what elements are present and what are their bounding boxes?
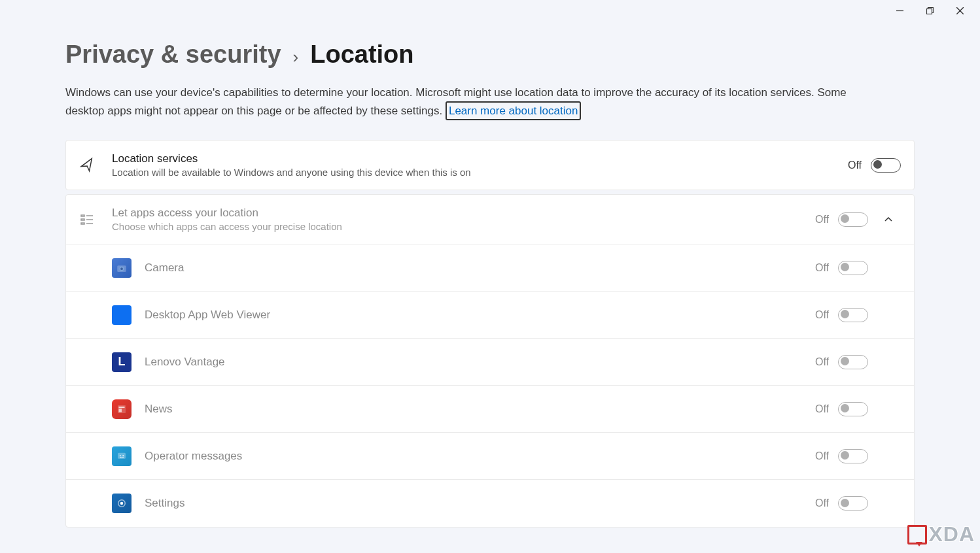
svg-rect-6 <box>81 219 84 220</box>
svg-rect-14 <box>119 407 125 408</box>
app-name-label: Settings <box>131 497 815 510</box>
apps-location-subtitle: Choose which apps can access your precis… <box>112 221 815 232</box>
app-toggle <box>838 449 868 463</box>
minimize-button[interactable] <box>884 0 915 21</box>
maximize-button[interactable] <box>915 0 945 21</box>
svg-rect-15 <box>119 409 122 412</box>
app-name-label: Camera <box>131 261 815 275</box>
close-button[interactable] <box>945 0 975 21</box>
app-name-label: News <box>131 403 815 416</box>
app-row: L Lenovo Vantage Off <box>66 339 914 386</box>
location-services-card: Location services Location will be avail… <box>65 140 915 190</box>
svg-point-17 <box>120 455 121 456</box>
apps-location-state: Off <box>815 214 829 226</box>
app-toggle-state: Off <box>815 356 829 368</box>
svg-point-18 <box>122 455 124 456</box>
list-icon <box>79 212 112 227</box>
location-services-toggle[interactable] <box>871 158 901 173</box>
app-toggle-state: Off <box>815 497 829 509</box>
apps-location-toggle <box>838 212 868 227</box>
app-toggle-state: Off <box>815 262 829 274</box>
app-row: Settings Off <box>66 480 914 527</box>
svg-rect-4 <box>81 215 84 216</box>
app-toggle-state: Off <box>815 403 829 415</box>
app-toggle <box>838 261 868 275</box>
app-icon <box>112 305 131 325</box>
learn-more-link[interactable]: Learn more about location <box>446 101 582 121</box>
location-icon <box>79 158 112 173</box>
app-icon <box>112 494 131 513</box>
apps-location-card: Let apps access your location Choose whi… <box>65 194 915 528</box>
svg-point-20 <box>120 502 124 505</box>
app-row: Operator messages Off <box>66 433 914 480</box>
location-services-state: Off <box>848 159 862 171</box>
breadcrumb: Privacy & security › Location <box>65 41 915 69</box>
app-name-label: Operator messages <box>131 450 815 463</box>
chevron-right-icon: › <box>293 47 299 67</box>
svg-rect-1 <box>926 8 932 14</box>
location-services-subtitle: Location will be available to Windows an… <box>112 167 848 178</box>
location-services-title: Location services <box>112 152 848 165</box>
app-toggle-state: Off <box>815 309 829 321</box>
app-icon: L <box>112 352 131 372</box>
page-title: Location <box>310 41 413 69</box>
app-name-label: Lenovo Vantage <box>131 356 815 369</box>
app-toggle <box>838 496 868 511</box>
page-description: Windows can use your device's capabiliti… <box>65 84 864 120</box>
watermark: XDA <box>907 522 973 546</box>
breadcrumb-parent[interactable]: Privacy & security <box>65 41 281 69</box>
chevron-up-icon <box>884 215 893 224</box>
svg-rect-8 <box>81 223 84 224</box>
svg-point-12 <box>120 267 123 270</box>
app-toggle <box>838 355 868 369</box>
apps-location-title: Let apps access your location <box>112 207 815 220</box>
app-toggle <box>838 308 868 322</box>
app-icon <box>112 258 131 278</box>
collapse-button[interactable] <box>876 215 901 224</box>
app-row: Camera Off <box>66 244 914 292</box>
app-row: News Off <box>66 386 914 433</box>
app-icon <box>112 446 131 466</box>
app-name-label: Desktop App Web Viewer <box>131 309 815 322</box>
app-toggle <box>838 402 868 416</box>
app-toggle-state: Off <box>815 450 829 462</box>
app-row: Desktop App Web Viewer Off <box>66 292 914 339</box>
app-icon <box>112 399 131 419</box>
